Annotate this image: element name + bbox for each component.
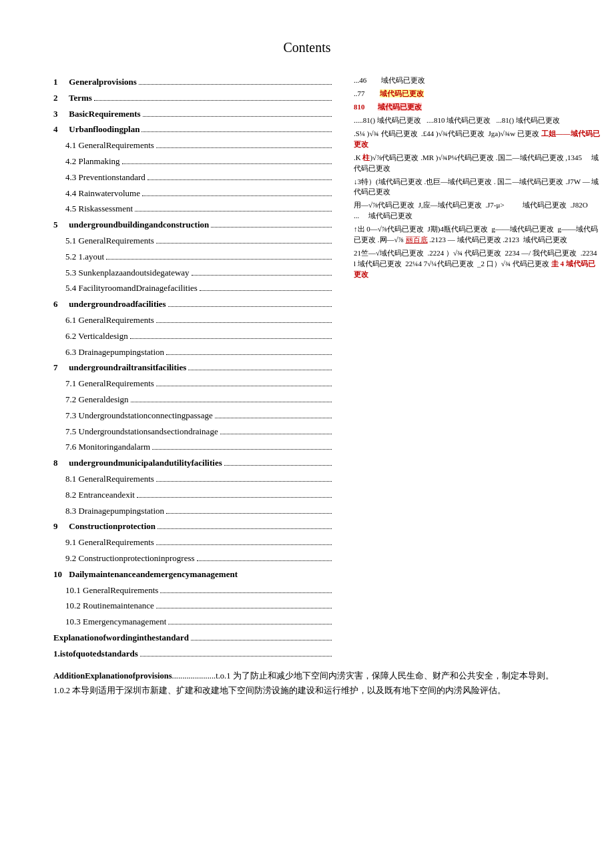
- toc-num-7-3: 7.3: [53, 409, 76, 423]
- toc-item-4-1: 4.1 GeneralRequirements: [53, 139, 334, 153]
- toc-item-10: 10 Dailymaintenanceandemergencymanagemen…: [53, 568, 334, 582]
- right-entry-2-text: ..77: [354, 89, 365, 97]
- toc-label-9-1: GeneralRequirements: [76, 536, 154, 550]
- toc-label-4-5: Riskassessment: [76, 202, 133, 216]
- toc-dots-7-5: [220, 434, 332, 434]
- right-entry-3-highlight: 域代码已更改: [378, 103, 422, 111]
- toc-item-9-2: 9.2 Constructionprotectioninprogress: [53, 552, 334, 566]
- toc-label-listquoted: 1.istofquotedstandards: [53, 647, 138, 661]
- toc-num-5: 5: [53, 218, 67, 232]
- toc-num-8-3: 8.3: [53, 504, 76, 518]
- toc-label-8-2: Entranceandexit: [76, 488, 135, 502]
- toc-label-6-1: GeneralRequirements: [76, 314, 154, 328]
- toc-dots-10-2: [156, 608, 332, 608]
- toc-item-4: 4 Urbanfloodingplan: [53, 123, 334, 137]
- toc-label-10: Dailymaintenanceandemergencymanagement: [67, 568, 238, 582]
- toc-num-8: 8: [53, 456, 67, 470]
- toc-num-8-2: 8.2: [53, 488, 76, 502]
- toc-dots-9-1: [156, 544, 332, 545]
- toc-dots-7-2: [131, 402, 332, 402]
- toc-label-8-3: Drainagepumpingstation: [76, 504, 164, 518]
- toc-num-4-1: 4.1: [53, 139, 76, 153]
- toc-item-10-2: 10.2 Routinemaintenance: [53, 599, 334, 613]
- toc-item-6-3: 6.3 Drainagepumpingstation: [53, 346, 334, 360]
- toc-dots-4-4: [142, 195, 332, 196]
- toc-dots-7: [188, 370, 332, 370]
- toc-item-7-1: 7.1 GeneralRequirements: [53, 377, 334, 391]
- right-6-kzhu: 柱: [362, 153, 370, 161]
- toc-num-3: 3: [53, 107, 67, 121]
- toc-label-7-1: GeneralRequirements: [76, 377, 154, 391]
- toc-dots-6-1: [156, 322, 332, 323]
- toc-dots-5-4: [200, 290, 332, 291]
- toc-label-7-5: Undergroundstationsandsectiondrainage: [76, 425, 218, 439]
- toc-item-6-2: 6.2 Verticaldesign: [53, 330, 334, 344]
- toc-item-8-3: 8.3 Drainagepumpingstation: [53, 504, 334, 518]
- toc-item-4-2: 4.2 Planmaking: [53, 155, 334, 169]
- page-title: Contents: [0, 40, 614, 55]
- toc-item-7-2: 7.2 Generaldesign: [53, 393, 334, 407]
- toc-dots-explanation: [191, 640, 332, 640]
- toc-dots-8-3: [166, 513, 332, 514]
- toc-dots-4-5: [135, 211, 332, 211]
- right-entry-7: ↓3特）(域代码已更改 .也巨—域代码已更改 . 国二—域代码已更改 .J7W …: [354, 177, 601, 198]
- toc-item-7-5: 7.5 Undergroundstationsandsectiondrainag…: [53, 425, 334, 439]
- toc-item-explanation: Explanationofwordinginthestandard: [53, 631, 334, 645]
- toc-num-4-3: 4.3: [53, 171, 76, 185]
- toc-num-6-2: 6.2: [53, 330, 76, 344]
- toc-num-4-2: 4.2: [53, 155, 76, 169]
- right-entry-2-highlight: 域代码已更改: [380, 89, 424, 97]
- content-area: 1 Generalprovisions 2 Terms 3 BasicRequi…: [0, 75, 614, 663]
- toc-item-5: 5 undergroundbuildingandconstruction: [53, 218, 334, 232]
- right-entry-5: .S¼ )√¾ 代码已更改 .£44 )√¾代码已更改 Jga)√¾w 已更改 …: [354, 129, 601, 150]
- right-entry-6: .K 柱)√⅞代码已更改 .MR )√¾P¼代码已更改 .国二—域代码已更改 ,…: [354, 153, 601, 174]
- toc-section: 1 Generalprovisions 2 Terms 3 BasicRequi…: [0, 75, 347, 663]
- toc-label-6-3: Drainagepumpingstation: [76, 346, 164, 360]
- toc-label-7-6: Monitoringandalarm: [76, 440, 150, 454]
- toc-num-8-1: 8.1: [53, 472, 76, 486]
- toc-label-4: Urbanfloodingplan: [67, 123, 139, 137]
- toc-label-8-1: GeneralRequirements: [76, 472, 154, 486]
- toc-label-5-3: Sunkenplazaandoutsidegateway: [76, 266, 189, 280]
- toc-item-4-4: 4.4 Rainwatervolume: [53, 187, 334, 201]
- toc-label-2: Terms: [67, 91, 92, 105]
- toc-num-10-1: 10.1: [53, 584, 81, 598]
- page: Contents 1 Generalprovisions 2 Terms 3 B…: [0, 0, 614, 868]
- toc-item-4-3: 4.3 Preventionstandard: [53, 171, 334, 185]
- right-entry-1: ...46 域代码已更改: [354, 75, 601, 86]
- toc-label-5: undergroundbuildingandconstruction: [67, 218, 209, 232]
- toc-item-8-1: 8.1 GeneralRequirements: [53, 472, 334, 486]
- toc-label-1: Generalprovisions: [67, 75, 137, 89]
- toc-num-7-1: 7.1: [53, 377, 76, 391]
- toc-num-9-1: 9.1: [53, 536, 76, 550]
- toc-num-1: 1: [53, 75, 67, 89]
- toc-num-7: 7: [53, 361, 67, 375]
- toc-dots-6-3: [166, 354, 332, 355]
- toc-num-6: 6: [53, 298, 67, 312]
- toc-dots-4-1: [156, 147, 332, 148]
- right-entry-5-bold: 工姐——域代码已更改: [354, 129, 600, 148]
- toc-dots-8-1: [156, 481, 332, 482]
- toc-label-4-3: Preventionstandard: [76, 171, 145, 185]
- toc-dots-9: [158, 528, 332, 529]
- toc-item-1: 1 Generalprovisions: [53, 75, 334, 89]
- toc-dots-1: [139, 84, 332, 85]
- bottom-text-area: AdditionExplanationofprovisions.........…: [0, 669, 614, 698]
- toc-dots-5: [211, 227, 332, 228]
- toc-dots-4: [141, 131, 332, 132]
- right-entry-8: 用—√⅞代码已更改 J,应—域代码已更改 .J7-μ> 域代码已更改 .J82O…: [354, 200, 601, 222]
- toc-label-5-2: 1.ayout: [76, 250, 104, 264]
- toc-num-9-2: 9.2: [53, 552, 76, 566]
- toc-label-9-2: Constructionprotectioninprogress: [76, 552, 194, 566]
- toc-label-7-3: Undergroundstationconnectingpassage: [76, 409, 212, 423]
- toc-num-7-2: 7.2: [53, 393, 76, 407]
- toc-item-5-2: 5.2 1.ayout: [53, 250, 334, 264]
- toc-dots-5-1: [156, 243, 332, 244]
- toc-num-5-1: 5.1: [53, 234, 76, 248]
- toc-num-7-6: 7.6: [53, 440, 76, 454]
- toc-dots-8-2: [137, 497, 332, 498]
- title-area: Contents: [0, 40, 614, 55]
- toc-dots-7-3: [215, 418, 332, 418]
- right-entry-4: .....81() 域代码已更改 ....810 域代码已更改 ...81() …: [354, 115, 601, 126]
- toc-item-2: 2 Terms: [53, 91, 334, 105]
